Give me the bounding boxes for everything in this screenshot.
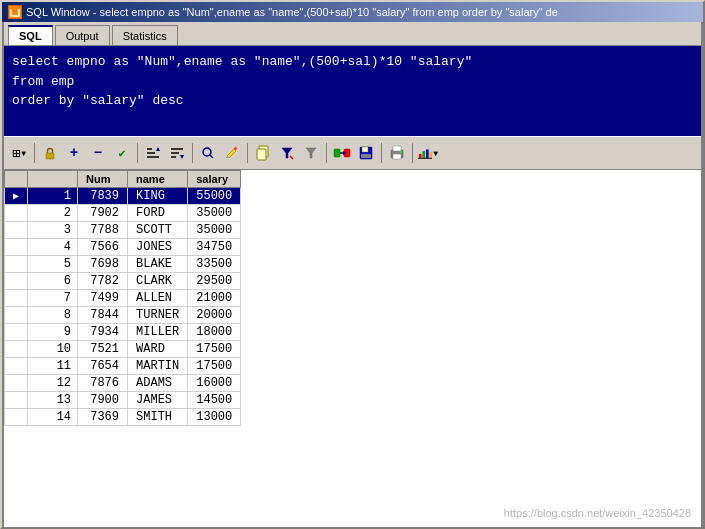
cell-salary: 33500 (188, 256, 241, 273)
cell-empno: 7934 (78, 324, 128, 341)
delete-button[interactable]: − (87, 142, 109, 164)
results-table: Num name salary ▶17839KING5500027902FORD… (4, 170, 241, 426)
connect-button[interactable] (331, 142, 353, 164)
row-indicator (5, 239, 28, 256)
cell-empno: 7654 (78, 358, 128, 375)
sql-editor[interactable]: select empno as "Num",ename as "name",(5… (4, 46, 701, 136)
window-icon (8, 5, 22, 19)
svg-rect-30 (419, 154, 422, 158)
row-number: 2 (28, 205, 78, 222)
cell-name: CLARK (128, 273, 188, 290)
filter-button[interactable] (276, 142, 298, 164)
sep-2 (137, 143, 138, 163)
svg-point-11 (203, 148, 211, 156)
chart-dropdown-icon: ▼ (433, 149, 438, 158)
cell-name: JAMES (128, 392, 188, 409)
sort-desc-button[interactable] (166, 142, 188, 164)
cell-empno: 7788 (78, 222, 128, 239)
save-icon (358, 145, 374, 161)
add-icon: + (70, 145, 78, 161)
print-button[interactable] (386, 142, 408, 164)
cell-salary: 16000 (188, 375, 241, 392)
copy-icon (255, 145, 271, 161)
toolbar: ⊞ ▼ + − ✔ (4, 136, 701, 170)
chart-icon (418, 146, 432, 160)
chart-button[interactable]: ▼ (417, 142, 439, 164)
table-row[interactable]: 107521WARD17500 (5, 341, 241, 358)
tab-sql[interactable]: SQL (8, 25, 53, 45)
sort-desc-icon (169, 145, 185, 161)
tab-output[interactable]: Output (55, 25, 110, 45)
grid-view-button[interactable]: ⊞ ▼ (8, 142, 30, 164)
sep-1 (34, 143, 35, 163)
svg-line-12 (210, 155, 213, 158)
table-row[interactable]: 117654MARTIN17500 (5, 358, 241, 375)
edit-button[interactable] (221, 142, 243, 164)
cell-name: SCOTT (128, 222, 188, 239)
data-grid[interactable]: Num name salary ▶17839KING5500027902FORD… (4, 170, 701, 529)
table-row[interactable]: 87844TURNER20000 (5, 307, 241, 324)
row-indicator (5, 324, 28, 341)
table-row[interactable]: 57698BLAKE33500 (5, 256, 241, 273)
window: SQL Window - select empno as "Num",ename… (0, 0, 705, 529)
table-row[interactable]: 97934MILLER18000 (5, 324, 241, 341)
cell-empno: 7369 (78, 409, 128, 426)
tab-statistics[interactable]: Statistics (112, 25, 178, 45)
save-button[interactable] (355, 142, 377, 164)
svg-rect-29 (400, 151, 402, 153)
lock-button[interactable] (39, 142, 61, 164)
lock-icon (43, 146, 57, 160)
cell-empno: 7566 (78, 239, 128, 256)
filter-off-button[interactable] (300, 142, 322, 164)
cell-salary: 55000 (188, 188, 241, 205)
svg-line-17 (290, 156, 293, 159)
cell-salary: 17500 (188, 358, 241, 375)
cell-empno: 7844 (78, 307, 128, 324)
svg-marker-6 (156, 147, 160, 151)
cell-empno: 7521 (78, 341, 128, 358)
cell-empno: 7876 (78, 375, 128, 392)
add-button[interactable]: + (63, 142, 85, 164)
row-number: 6 (28, 273, 78, 290)
svg-rect-33 (430, 152, 433, 158)
row-number: 11 (28, 358, 78, 375)
svg-rect-28 (393, 154, 401, 159)
table-row[interactable]: 137900JAMES14500 (5, 392, 241, 409)
col-num: Num (78, 171, 128, 188)
title-bar: SQL Window - select empno as "Num",ename… (2, 2, 703, 22)
row-number: 4 (28, 239, 78, 256)
row-indicator (5, 409, 28, 426)
table-row[interactable]: 37788SCOTT35000 (5, 222, 241, 239)
filter-icon (280, 146, 294, 160)
table-row[interactable]: 27902FORD35000 (5, 205, 241, 222)
svg-rect-24 (362, 147, 368, 152)
table-row[interactable]: 77499ALLEN21000 (5, 290, 241, 307)
table-row[interactable]: ▶17839KING55000 (5, 188, 241, 205)
row-number: 8 (28, 307, 78, 324)
svg-rect-1 (12, 8, 17, 11)
confirm-button[interactable]: ✔ (111, 142, 133, 164)
copy-button[interactable] (252, 142, 274, 164)
table-row[interactable]: 127876ADAMS16000 (5, 375, 241, 392)
cell-salary: 29500 (188, 273, 241, 290)
svg-rect-19 (334, 149, 340, 157)
table-row[interactable]: 147369SMITH13000 (5, 409, 241, 426)
table-header-row: Num name salary (5, 171, 241, 188)
row-indicator: ▶ (5, 188, 28, 205)
cell-empno: 7902 (78, 205, 128, 222)
row-indicator (5, 256, 28, 273)
table-row[interactable]: 47566JONES34750 (5, 239, 241, 256)
print-icon (388, 145, 406, 161)
col-indicator (5, 171, 28, 188)
svg-marker-18 (306, 148, 316, 158)
find-button[interactable] (197, 142, 219, 164)
col-row-num (28, 171, 78, 188)
cell-salary: 18000 (188, 324, 241, 341)
row-number: 7 (28, 290, 78, 307)
grid-icon: ⊞ (12, 145, 20, 162)
sort-asc-button[interactable] (142, 142, 164, 164)
filter-off-icon (304, 146, 318, 160)
svg-rect-27 (393, 146, 401, 151)
table-row[interactable]: 67782CLARK29500 (5, 273, 241, 290)
cell-salary: 14500 (188, 392, 241, 409)
